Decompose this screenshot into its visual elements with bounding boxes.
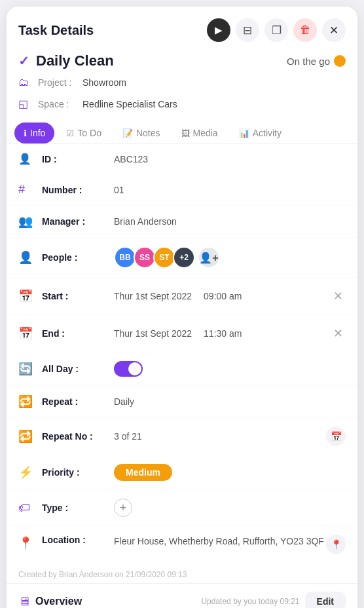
start-icon: 📅 <box>18 289 42 303</box>
status-dot <box>334 55 346 67</box>
avatar-ss[interactable]: SS <box>134 246 156 269</box>
media-tab-icon: 🖼 <box>181 128 190 138</box>
location-row: 📍 Location : Fleur House, Whetherby Road… <box>7 526 357 563</box>
overview-header: 🖥 Overview Updated by you today 09:21 Ed… <box>7 585 357 608</box>
type-row: 🏷 Type : + <box>7 490 357 526</box>
delete-button[interactable]: 🗑 <box>293 18 317 42</box>
todo-tab-icon: ☑ <box>66 128 74 138</box>
type-icon: 🏷 <box>18 501 42 515</box>
end-row: 📅 End : Thur 1st Sept 2022 11:30 am ✕ <box>7 315 357 352</box>
space-row: ◱ Space : Redline Specialist Cars <box>7 93 357 115</box>
add-type-button[interactable]: + <box>114 499 132 517</box>
id-row: 👤 ID : ABC123 <box>7 144 357 174</box>
add-person-button[interactable]: 👤+ <box>198 246 220 269</box>
notes-tab-icon: 📝 <box>122 128 133 138</box>
location-map-button[interactable]: 📍 <box>326 535 346 554</box>
people-icon: 👤 <box>18 250 42 265</box>
priority-badge[interactable]: Medium <box>114 464 172 481</box>
end-date: Thur 1st Sept 2022 <box>114 328 192 339</box>
info-tab-icon: ℹ <box>24 128 27 138</box>
location-value: Fleur House, Whetherby Road, Rufforth, Y… <box>114 535 326 548</box>
tab-todo[interactable]: ☑ To Do <box>57 123 111 143</box>
repeat-calendar-button[interactable]: 📅 <box>326 427 346 446</box>
repeat-no-icon: 🔁 <box>18 429 42 444</box>
repeat-icon: 🔁 <box>18 394 42 409</box>
priority-row: ⚡ Priority : Medium <box>7 455 357 490</box>
number-icon: # <box>18 183 42 197</box>
manager-icon: 👥 <box>18 214 42 229</box>
duplicate-button[interactable]: ❐ <box>264 18 288 42</box>
avatars-group: BB SS ST +2 👤+ <box>114 246 220 269</box>
toggle-knob <box>128 362 141 375</box>
overview-icon: 🖥 <box>18 595 30 609</box>
overview-edit-button[interactable]: Edit <box>305 592 346 608</box>
allday-toggle[interactable] <box>114 361 143 377</box>
avatar-bb[interactable]: BB <box>114 246 136 269</box>
space-icon: ◱ <box>18 98 33 110</box>
project-icon: 🗂 <box>18 77 33 88</box>
layout-button[interactable]: ⊟ <box>236 18 259 42</box>
avatar-st[interactable]: ST <box>153 246 175 269</box>
tab-activity[interactable]: 📊 Activity <box>230 123 291 143</box>
task-name: Daily Clean <box>36 52 114 69</box>
task-details-card: Task Details ▶ ⊟ ❐ 🗑 ✕ ✓ Daily Clean On … <box>7 7 357 608</box>
header-actions: ▶ ⊟ ❐ 🗑 ✕ <box>207 18 346 42</box>
avatar-more[interactable]: +2 <box>173 246 195 269</box>
id-icon: 👤 <box>18 153 42 165</box>
allday-row: 🔄 All Day : <box>7 352 357 386</box>
number-row: # Number : 01 <box>7 174 357 206</box>
close-button[interactable]: ✕ <box>322 18 346 42</box>
repeat-row: 🔁 Repeat : Daily <box>7 386 357 418</box>
status-badge: On the go <box>287 55 346 67</box>
tab-info[interactable]: ℹ Info <box>14 123 54 143</box>
manager-row: 👥 Manager : Brian Anderson <box>7 206 357 238</box>
start-time: 09:00 am <box>204 291 242 301</box>
priority-icon: ⚡ <box>18 465 42 480</box>
created-by: Created by Brian Anderson on 21/09/2020 … <box>7 563 357 583</box>
allday-icon: 🔄 <box>18 362 42 376</box>
start-clear-button[interactable]: ✕ <box>331 286 346 306</box>
header: Task Details ▶ ⊟ ❐ 🗑 ✕ <box>7 7 357 48</box>
tabs-bar: ℹ Info ☑ To Do 📝 Notes 🖼 Media 📊 Activit… <box>7 115 357 144</box>
start-row: 📅 Start : Thur 1st Sept 2022 09:00 am ✕ <box>7 278 357 315</box>
end-icon: 📅 <box>18 326 42 341</box>
play-button[interactable]: ▶ <box>207 18 230 42</box>
end-time: 11:30 am <box>204 328 242 339</box>
start-date: Thur 1st Sept 2022 <box>114 291 192 301</box>
project-row: 🗂 Project : Showroom <box>7 72 357 93</box>
tab-notes[interactable]: 📝 Notes <box>113 123 170 143</box>
tab-media[interactable]: 🖼 Media <box>172 123 227 143</box>
check-icon: ✓ <box>18 53 29 69</box>
repeat-no-row: 🔁 Repeat No : 3 of 21 📅 <box>7 418 357 455</box>
location-icon: 📍 <box>18 535 42 550</box>
task-title-row: ✓ Daily Clean On the go <box>7 48 357 72</box>
activity-tab-icon: 📊 <box>239 128 249 138</box>
page-title: Task Details <box>18 23 94 38</box>
people-row: 👤 People : BB SS ST +2 👤+ <box>7 238 357 278</box>
end-clear-button[interactable]: ✕ <box>331 324 346 343</box>
